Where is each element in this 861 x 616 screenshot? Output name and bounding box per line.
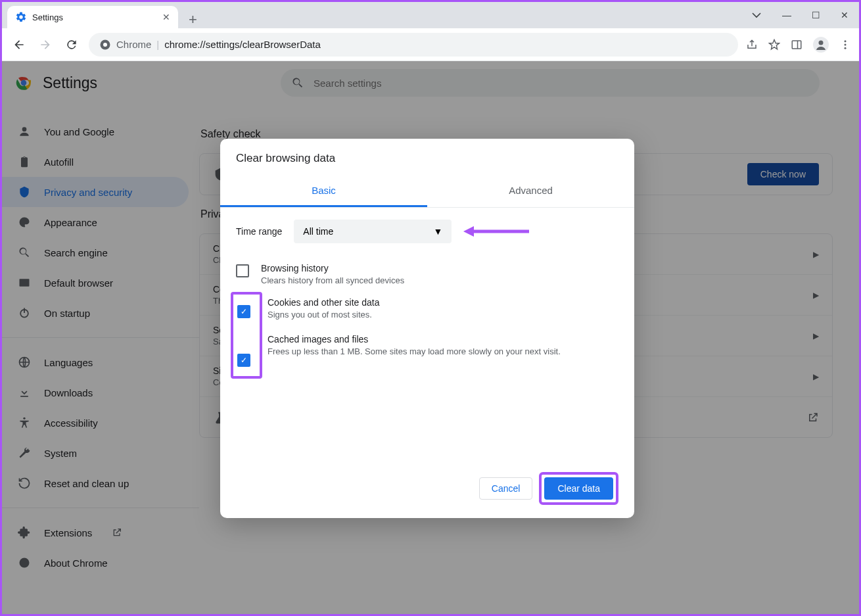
close-window-button[interactable]: ✕ (838, 10, 851, 20)
annotation-highlight: ✓ ✓ Cookies and other site data Signs yo… (231, 292, 262, 379)
checkbox-cache[interactable]: ✓ (237, 354, 250, 367)
annotation-arrow-icon (463, 225, 529, 238)
window-titlebar: Settings ✕ + — ☐ ✕ (2, 2, 859, 28)
dialog-title: Clear browsing data (220, 139, 634, 176)
time-range-value: All time (303, 226, 333, 237)
reload-button[interactable] (62, 36, 81, 54)
svg-point-6 (845, 40, 847, 42)
checkbox-browsing-history[interactable] (236, 264, 249, 277)
profile-avatar-icon[interactable] (813, 37, 829, 53)
svg-point-7 (845, 43, 847, 45)
dialog-tabs: Basic Advanced (220, 176, 634, 208)
option-sub: Signs you out of most sites. (268, 310, 609, 320)
forward-button[interactable] (36, 36, 55, 54)
back-button[interactable] (10, 36, 28, 54)
svg-point-5 (819, 40, 824, 45)
omnibox-url: chrome://settings/clearBrowserData (164, 39, 321, 50)
side-panel-icon[interactable] (791, 39, 803, 51)
option-title: Browsing history (261, 263, 404, 273)
tab-basic[interactable]: Basic (220, 176, 427, 207)
new-tab-button[interactable]: + (183, 11, 202, 28)
option-title: Cookies and other site data (268, 297, 609, 308)
tab-search-icon[interactable] (751, 12, 764, 18)
svg-marker-20 (463, 226, 474, 237)
option-cache[interactable]: ✓ (237, 348, 256, 371)
minimize-button[interactable]: — (780, 10, 793, 20)
cancel-button[interactable]: Cancel (479, 477, 533, 500)
option-sub: Clears history from all synced devices (261, 275, 404, 285)
maximize-button[interactable]: ☐ (809, 10, 822, 20)
option-title: Cached images and files (268, 334, 609, 344)
gear-icon (15, 11, 27, 23)
svg-point-8 (845, 47, 847, 49)
svg-rect-2 (792, 41, 801, 49)
time-range-select[interactable]: All time ▼ (294, 220, 452, 243)
browser-tab[interactable]: Settings ✕ (7, 6, 178, 28)
close-tab-icon[interactable]: ✕ (162, 12, 170, 22)
clear-browsing-data-dialog: Clear browsing data Basic Advanced Time … (220, 139, 634, 518)
browser-toolbar: Chrome | chrome://settings/clearBrowserD… (2, 28, 859, 61)
time-range-label: Time range (236, 226, 282, 237)
option-cookies[interactable]: ✓ (237, 300, 256, 322)
address-bar[interactable]: Chrome | chrome://settings/clearBrowserD… (89, 33, 738, 57)
chevron-down-icon: ▼ (433, 226, 442, 237)
tab-title: Settings (32, 12, 63, 22)
annotation-highlight: Clear data (539, 472, 618, 505)
option-browsing-history[interactable]: Browsing history Clears history from all… (236, 256, 618, 292)
clear-data-button[interactable]: Clear data (544, 477, 613, 500)
share-icon[interactable] (746, 39, 758, 51)
chrome-product-icon (99, 39, 111, 51)
bookmark-star-icon[interactable] (768, 39, 780, 51)
tab-strip: Settings ✕ + (2, 2, 202, 28)
checkbox-cookies[interactable]: ✓ (237, 305, 250, 318)
option-sub: Frees up less than 1 MB. Some sites may … (268, 346, 609, 356)
svg-point-1 (103, 43, 107, 47)
kebab-menu-icon[interactable] (839, 39, 851, 51)
omnibox-origin: Chrome (116, 39, 151, 50)
tab-advanced[interactable]: Advanced (427, 176, 634, 207)
